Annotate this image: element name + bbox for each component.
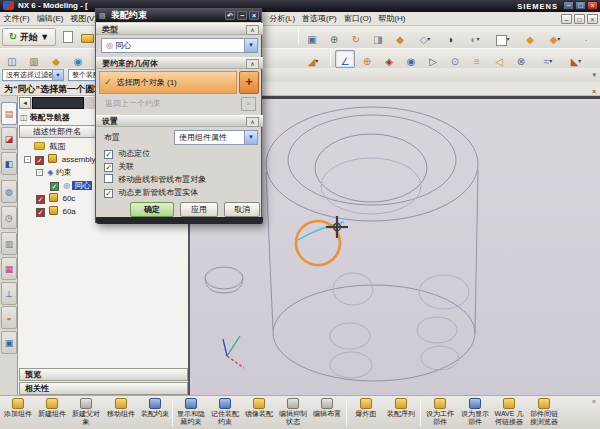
tab-roles[interactable]: ◒ [1,306,17,329]
checkbox-checked[interactable]: ✓ [36,195,45,204]
dialog-title-bar[interactable]: ▨ 装配约束 ↶ − × [96,9,261,22]
checkbox-checked[interactable]: ✓ [35,156,44,165]
child-minimize-button[interactable]: – [561,14,572,24]
make-displayed-part-button[interactable]: 设为显示部件 [458,397,492,429]
constraint-tool-button-2[interactable]: ◉ [401,50,421,68]
new-component-button[interactable]: 新建组件 [35,397,69,429]
scrollbar-thumb[interactable] [32,97,84,109]
chevron-up-icon[interactable]: ∧ [246,117,259,127]
tab-internet-explorer[interactable]: ◍ [1,180,17,203]
shield-button[interactable]: ◆ [46,50,66,68]
exploded-view-button[interactable]: 爆炸图 [349,397,383,429]
point-tool-button[interactable]: ⊕ [357,50,377,68]
rotate-view-button[interactable]: ↻ [346,28,366,46]
select-object-button[interactable]: + [239,71,259,94]
collapse-icon[interactable]: - [24,156,31,163]
apply-button[interactable]: 应用 [180,202,218,217]
remember-constraints-button[interactable]: 记住装配约束 [208,397,242,429]
child-restore-button[interactable]: □ [574,14,585,24]
chevron-up-icon[interactable]: ∧ [246,59,259,69]
equal-constraint-button[interactable]: ≡ [467,50,487,68]
tab-history[interactable]: ◷ [1,206,17,229]
view-orientation-button[interactable]: ◇▾ [412,28,438,46]
menu-window[interactable]: 窗口(O) [340,12,375,26]
edit-arrangement-button[interactable]: 编辑布置 [310,397,344,429]
notebook-button[interactable]: ▥ [24,50,44,68]
checkbox-checked[interactable]: ✓ [104,189,113,198]
selection-cursor-button[interactable]: ▷ [423,50,443,68]
checkbox-checked[interactable]: ✓ [104,163,113,172]
tab-palette[interactable]: ▦ [1,257,17,280]
dialog-bottom-rail[interactable] [96,217,263,224]
show-part-alt-button[interactable]: ◆▾ [542,28,568,46]
edit-suppression-button[interactable]: 编辑抑制状态 [276,397,310,429]
scroll-left-icon[interactable]: ◂ [19,97,31,109]
move-component-button[interactable]: 移动组件 [104,397,138,429]
render-style-button[interactable]: ◑ [440,28,460,46]
new-file-button[interactable] [59,28,77,46]
face-analysis-button[interactable]: ◐▾ [462,28,488,46]
toolbar-overflow-icon[interactable]: ▾ [592,71,596,79]
part-links-browser-button[interactable]: 部件间链接浏览器 [527,397,561,429]
tab-scene[interactable]: ▣ [1,331,17,354]
dependencies-section-header[interactable]: 相关性 [19,382,188,395]
assembly-sequence-button[interactable]: 装配序列 [384,397,418,429]
tab-part-navigator[interactable]: ◧ [1,152,17,175]
child-close-button[interactable]: × [587,14,598,24]
start-menu-button[interactable]: ↻ 开始 ▼ [2,28,56,46]
dynamic-update-checkbox-row[interactable]: ✓ 动态更新管线布置实体 [104,187,198,199]
tab-assembly-navigator[interactable]: ▤ [1,102,17,125]
small-cylinder-part[interactable] [205,267,243,293]
tool-dropdown-button[interactable]: ◢▾ [300,50,326,68]
checkbox-checked[interactable]: ✓ [50,182,59,191]
sphere-button[interactable]: ◉ [68,50,88,68]
checkbox-checked[interactable]: ✓ [36,208,45,217]
type-section-header[interactable]: 类型 ∧ [96,23,263,35]
toolbar-overflow-button[interactable]: · [580,28,592,46]
cancel-button[interactable]: 取消 [224,202,260,217]
associative-checkbox-row[interactable]: ✓ 关联 [104,161,134,173]
close-button[interactable]: × [587,1,598,10]
tab-constraint-navigator[interactable]: ◪ [1,127,17,150]
layout-button[interactable]: ◫ [2,50,22,68]
perspective-button[interactable]: ◆ [390,28,410,46]
select-two-objects-row[interactable]: ✓ 选择两个对象 (1) [99,71,237,94]
constraint-tool-button-1[interactable]: ◈ [379,50,399,68]
dialog-reset-button[interactable]: ↶ [225,11,235,20]
selection-filter-combo[interactable]: 没有选择过滤器 ▼ [2,69,64,81]
bottom-toolbar-overflow-button[interactable]: » [592,398,596,405]
menu-help[interactable]: 帮助(H) [375,12,409,26]
chevron-up-icon[interactable]: ∧ [246,25,259,35]
make-work-part-button[interactable]: 设为工作部件 [423,397,457,429]
minimize-button[interactable]: − [563,1,574,10]
wrench-tool-button[interactable]: ◣▾ [563,50,589,68]
move-curves-checkbox-row[interactable]: 移动曲线和管线布置对象 [104,174,206,186]
menu-file[interactable]: 文件(F) [0,12,33,26]
ramp-tool-button[interactable]: ◁ [489,50,509,68]
snap-point-button[interactable]: ⊙ [445,50,465,68]
menu-edit[interactable]: 编辑(E) [33,12,67,26]
show-part-button[interactable]: ◆ [520,28,540,46]
settings-section-header[interactable]: 设置 ∧ [96,115,263,127]
collapse-icon[interactable]: - [36,169,43,176]
maximize-button[interactable]: □ [575,1,586,10]
previous-constraint-button[interactable]: × [241,97,256,111]
open-file-button[interactable] [78,28,96,46]
tab-pin[interactable]: ⊥ [1,282,17,305]
wave-geometry-linker-button[interactable]: WAVE 几何链接器 [492,397,526,429]
mirror-assembly-button[interactable]: 镜像装配 [242,397,276,429]
ok-button[interactable]: 确定 [130,202,174,217]
tab-system-tools[interactable]: ▥ [1,232,17,255]
close-cue-icon[interactable]: × [592,85,596,96]
constraint-type-combo[interactable]: ◎ 同心 ▼ [101,38,258,53]
datum-csys-button[interactable]: ∠ [335,50,355,68]
zoom-button[interactable]: ⊕ [324,28,344,46]
preview-section-header[interactable]: 预览 [19,368,188,381]
dialog-minimize-button[interactable]: − [237,11,247,20]
fit-view-button[interactable]: ▣ [302,28,322,46]
show-hide-constraints-button[interactable]: 显示和隐藏约束 [174,397,208,429]
geometry-section-header[interactable]: 要约束的几何体 ∧ [96,57,263,69]
assembly-constraints-button[interactable]: 装配约束 [138,397,172,429]
checkbox-unchecked[interactable] [104,174,113,183]
menu-analysis[interactable]: 分析(L) [266,12,299,26]
